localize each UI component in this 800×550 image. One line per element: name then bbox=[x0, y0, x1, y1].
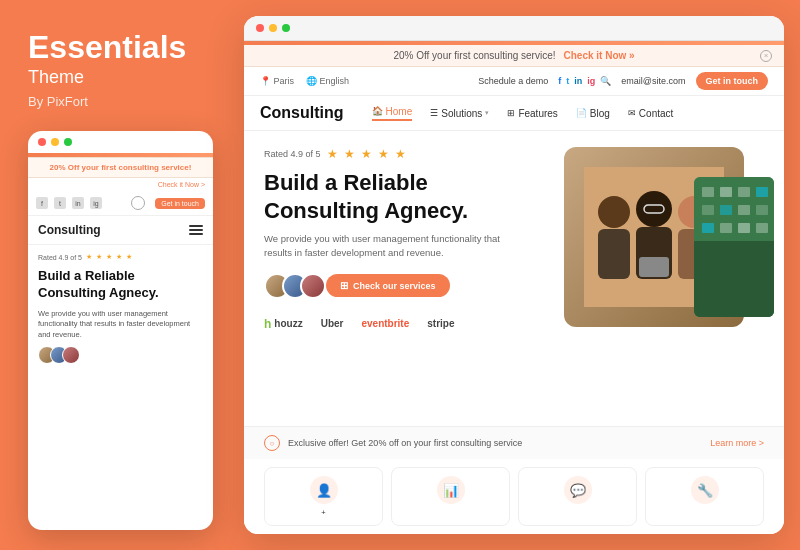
desktop-nav: Consulting 🏠 Home ☰ Solutions ▾ ⊞ Featur… bbox=[244, 96, 784, 131]
close-icon[interactable]: × bbox=[760, 50, 772, 62]
mobile-subtext: We provide you with user management func… bbox=[28, 306, 213, 347]
consulting-icon: 💬 bbox=[564, 476, 592, 504]
houzz-logo: h houzz bbox=[264, 317, 303, 331]
mobile-heading: Build a Reliable Consulting Agnecy. bbox=[28, 264, 213, 306]
check-link[interactable]: Check it Now » bbox=[563, 50, 634, 61]
search-icon[interactable] bbox=[131, 196, 145, 210]
nav-features[interactable]: ⊞ Features bbox=[507, 108, 557, 119]
svg-rect-2 bbox=[598, 229, 630, 279]
bottom-offer-bar: ○ Exclusive offer! Get 20% off on your f… bbox=[244, 426, 784, 459]
brand-title: Essentials bbox=[28, 30, 216, 65]
browser-dot-green bbox=[282, 24, 290, 32]
service-card-2[interactable]: 📊 bbox=[391, 467, 510, 526]
svg-rect-14 bbox=[702, 205, 714, 215]
analytics-icon: 📊 bbox=[437, 476, 465, 504]
language-label: 🌐 English bbox=[306, 76, 349, 86]
offer-text: Exclusive offer! Get 20% off on your fir… bbox=[288, 438, 522, 448]
svg-rect-13 bbox=[756, 187, 768, 197]
svg-rect-21 bbox=[756, 223, 768, 233]
email-text: email@site.com bbox=[621, 76, 685, 86]
hero-left: Rated 4.9 of 5 ★ ★ ★ ★ ★ Build a Reliabl… bbox=[264, 147, 548, 410]
facebook-icon-desktop[interactable]: f bbox=[558, 76, 561, 86]
get-in-touch-button[interactable]: Get in touch bbox=[696, 72, 769, 90]
svg-rect-22 bbox=[694, 241, 774, 317]
instagram-icon: ig bbox=[90, 197, 102, 209]
facebook-icon: f bbox=[36, 197, 48, 209]
support-icon: 🔧 bbox=[691, 476, 719, 504]
svg-rect-16 bbox=[738, 205, 750, 215]
svg-rect-11 bbox=[720, 187, 732, 197]
mobile-check-row: Check it Now > bbox=[28, 178, 213, 191]
mobile-mockup: 20% Off your first consulting service! C… bbox=[28, 131, 213, 530]
svg-rect-17 bbox=[756, 205, 768, 215]
twitter-icon-desktop[interactable]: t bbox=[566, 76, 569, 86]
location-label: 📍 Paris bbox=[260, 76, 294, 86]
page-wrapper: Essentials Theme By PixFort 20% Off your… bbox=[0, 0, 800, 550]
desktop-logo: Consulting bbox=[260, 104, 344, 122]
twitter-icon: t bbox=[54, 197, 66, 209]
svg-point-3 bbox=[636, 191, 672, 227]
instagram-icon-desktop[interactable]: ig bbox=[587, 76, 595, 86]
mobile-social-row: f t in ig Get in touch bbox=[28, 191, 213, 216]
service-card-4[interactable]: 🔧 bbox=[645, 467, 764, 526]
mobile-people-row bbox=[28, 346, 213, 372]
svg-point-1 bbox=[598, 196, 630, 228]
dot-red bbox=[38, 138, 46, 146]
avatar-group bbox=[264, 273, 318, 299]
browser-controls bbox=[244, 16, 784, 41]
hero-subtext: We provide you with user management func… bbox=[264, 232, 524, 261]
mobile-cta-button[interactable]: Get in touch bbox=[155, 198, 205, 209]
mobile-logo: Consulting bbox=[38, 223, 101, 237]
brand-subtitle: Theme bbox=[28, 67, 216, 88]
schedule-demo-link[interactable]: Schedule a demo bbox=[478, 76, 548, 86]
info-left: 📍 Paris 🌐 English bbox=[260, 76, 349, 86]
stripe-logo: stripe bbox=[427, 318, 454, 329]
building-photo bbox=[694, 177, 774, 317]
announcement-bar: 20% Off your first consulting service! C… bbox=[244, 45, 784, 67]
partner-logos-row: h houzz Uber eventbrite stripe bbox=[264, 317, 548, 331]
avatar-3 bbox=[62, 346, 80, 364]
desktop-info-bar: 📍 Paris 🌐 English Schedule a demo f t in… bbox=[244, 67, 784, 96]
browser-dot-red bbox=[256, 24, 264, 32]
linkedin-icon-desktop[interactable]: in bbox=[574, 76, 582, 86]
mobile-nav-row: Consulting bbox=[28, 216, 213, 245]
left-panel: Essentials Theme By PixFort 20% Off your… bbox=[0, 0, 240, 550]
hero-stars-row: Rated 4.9 of 5 ★ ★ ★ ★ ★ bbox=[264, 147, 548, 161]
uber-logo: Uber bbox=[321, 318, 344, 329]
social-icons-row: f t in ig 🔍 bbox=[558, 76, 611, 86]
svg-rect-19 bbox=[720, 223, 732, 233]
nav-solutions[interactable]: ☰ Solutions ▾ bbox=[430, 108, 489, 119]
mobile-banner: 20% Off your first consulting service! bbox=[28, 157, 213, 178]
nav-contact[interactable]: ✉ Contact bbox=[628, 108, 673, 119]
svg-rect-8 bbox=[639, 257, 669, 277]
svg-rect-15 bbox=[720, 205, 732, 215]
browser-dot-yellow bbox=[269, 24, 277, 32]
service-card-1[interactable]: 👤 + bbox=[264, 467, 383, 526]
service-cards-row: 👤 + 📊 💬 🔧 bbox=[244, 459, 784, 534]
info-right: Schedule a demo f t in ig 🔍 email@site.c… bbox=[478, 72, 768, 90]
svg-rect-10 bbox=[702, 187, 714, 197]
mobile-stars-row: Rated 4.9 of 5 ★ ★ ★ ★ ★ bbox=[28, 245, 213, 264]
hero-section: Rated 4.9 of 5 ★ ★ ★ ★ ★ Build a Reliabl… bbox=[244, 131, 784, 426]
hero-avatar-3 bbox=[300, 273, 326, 299]
svg-rect-18 bbox=[702, 223, 714, 233]
nav-blog[interactable]: 📄 Blog bbox=[576, 108, 610, 119]
check-services-button[interactable]: ⊞ Check our services bbox=[326, 274, 450, 297]
svg-rect-12 bbox=[738, 187, 750, 197]
user-icon: 👤 bbox=[310, 476, 338, 504]
hero-heading: Build a Reliable Consulting Agnecy. bbox=[264, 169, 548, 224]
building-svg bbox=[694, 177, 774, 317]
mobile-top-bar bbox=[28, 131, 213, 153]
learn-more-link[interactable]: Learn more > bbox=[710, 438, 764, 448]
desktop-mockup: 20% Off your first consulting service! C… bbox=[244, 16, 784, 534]
nav-home[interactable]: 🏠 Home bbox=[372, 106, 413, 121]
service-card-3[interactable]: 💬 bbox=[518, 467, 637, 526]
service-label-1: + bbox=[321, 508, 325, 517]
linkedin-icon: in bbox=[72, 197, 84, 209]
dot-yellow bbox=[51, 138, 59, 146]
search-icon-desktop[interactable]: 🔍 bbox=[600, 76, 611, 86]
brand-by: By PixFort bbox=[28, 94, 216, 109]
hamburger-icon[interactable] bbox=[189, 225, 203, 235]
offer-icon: ○ bbox=[264, 435, 280, 451]
eventbrite-logo: eventbrite bbox=[361, 318, 409, 329]
